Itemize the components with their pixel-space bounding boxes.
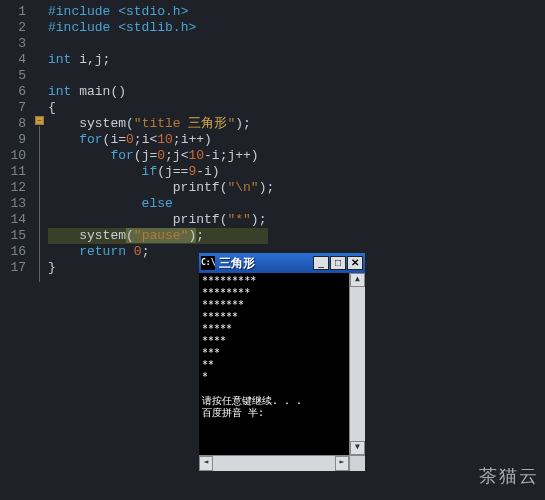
line-number: 15 — [4, 228, 26, 244]
code-token: "title — [134, 116, 189, 131]
code-token: for — [48, 132, 103, 147]
code-token: -i;j++) — [204, 148, 259, 163]
code-token: 0 — [126, 132, 134, 147]
scroll-track[interactable] — [350, 287, 365, 441]
code-token: (j= — [134, 148, 157, 163]
line-number: 17 — [4, 260, 26, 276]
code-token: ); — [251, 212, 267, 227]
vertical-scrollbar[interactable]: ▲ ▼ — [349, 273, 365, 455]
code-token: main — [71, 84, 110, 99]
window-title: 三角形 — [219, 255, 312, 272]
scroll-left-button[interactable]: ◄ — [199, 456, 213, 471]
line-number: 9 — [4, 132, 26, 148]
line-number: 6 — [4, 84, 26, 100]
scroll-up-button[interactable]: ▲ — [350, 273, 365, 287]
code-token: 10 — [188, 148, 204, 163]
code-token: int — [48, 84, 71, 99]
code-token: ;i< — [134, 132, 157, 147]
code-token: system( — [48, 116, 134, 131]
minimize-button[interactable]: _ — [313, 256, 329, 270]
horizontal-scrollbar[interactable]: ◄ ► — [199, 455, 365, 471]
console-body: ********* ******** ******* ****** ***** … — [199, 273, 365, 455]
code-token: #include — [48, 4, 118, 19]
code-token: { — [48, 100, 56, 115]
code-token: ;j< — [165, 148, 188, 163]
fold-guide — [39, 126, 40, 282]
close-button[interactable]: ✕ — [347, 256, 363, 270]
code-token: printf( — [48, 180, 227, 195]
code-token: "*" — [227, 212, 250, 227]
fold-column: − — [34, 0, 48, 500]
console-output[interactable]: ********* ******** ******* ****** ***** … — [199, 273, 349, 455]
code-token: i,j; — [71, 52, 110, 67]
line-number: 8 — [4, 116, 26, 132]
code-token: ); — [259, 180, 275, 195]
code-token: (i= — [103, 132, 126, 147]
code-token: ;i++) — [173, 132, 212, 147]
scroll-down-button[interactable]: ▼ — [350, 441, 365, 455]
code-token: "pause" — [134, 228, 189, 243]
code-token: 0 — [134, 244, 142, 259]
code-token: for — [48, 148, 134, 163]
console-icon: C:\ — [201, 256, 215, 270]
line-number: 2 — [4, 20, 26, 36]
code-token: ; — [196, 228, 204, 243]
code-token: -i) — [196, 164, 219, 179]
line-number: 5 — [4, 68, 26, 84]
code-token: <stdlib.h> — [118, 20, 196, 35]
code-token: int — [48, 52, 71, 67]
fold-toggle[interactable]: − — [35, 116, 44, 125]
code-token: #include — [48, 20, 118, 35]
code-token: 0 — [157, 148, 165, 163]
titlebar[interactable]: C:\ 三角形 _ □ ✕ — [199, 253, 365, 273]
line-number-gutter: 1 2 3 4 5 6 7 8 9 10 11 12 13 14 15 16 1… — [0, 0, 34, 500]
scrollbar-corner — [349, 456, 365, 471]
maximize-button[interactable]: □ — [330, 256, 346, 270]
code-token: 10 — [157, 132, 173, 147]
code-token: "\n" — [227, 180, 258, 195]
code-token: ); — [235, 116, 251, 131]
code-token: <stdio.h> — [118, 4, 188, 19]
code-token: printf( — [48, 212, 227, 227]
line-number: 11 — [4, 164, 26, 180]
code-token: (j== — [157, 164, 188, 179]
line-number: 7 — [4, 100, 26, 116]
code-token: ( — [126, 228, 134, 243]
code-token: if — [48, 164, 157, 179]
line-number: 16 — [4, 244, 26, 260]
scroll-track[interactable] — [213, 456, 335, 471]
code-token: else — [48, 196, 173, 211]
line-number: 10 — [4, 148, 26, 164]
line-number: 14 — [4, 212, 26, 228]
console-window[interactable]: C:\ 三角形 _ □ ✕ ********* ******** *******… — [198, 252, 366, 472]
line-number: 1 — [4, 4, 26, 20]
scroll-right-button[interactable]: ► — [335, 456, 349, 471]
code-token: () — [110, 84, 126, 99]
line-number: 3 — [4, 36, 26, 52]
code-token: ; — [142, 244, 150, 259]
watermark: 茶猫云 — [479, 464, 539, 488]
code-token: return — [48, 244, 134, 259]
code-token: } — [48, 260, 56, 275]
code-token: 三角形 — [188, 116, 227, 131]
line-number: 12 — [4, 180, 26, 196]
line-number: 4 — [4, 52, 26, 68]
code-token: system — [48, 228, 126, 243]
line-number: 13 — [4, 196, 26, 212]
